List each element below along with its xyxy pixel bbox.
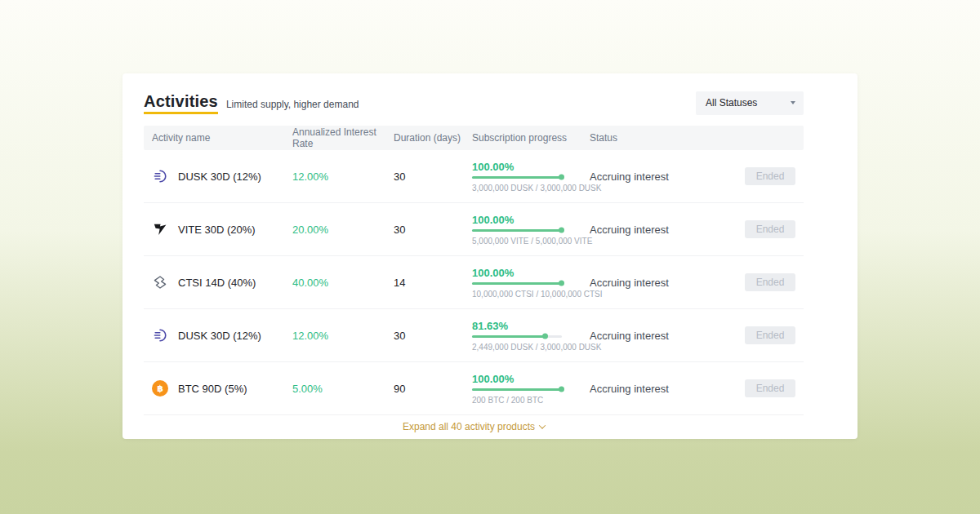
ended-button[interactable]: Ended	[745, 220, 795, 238]
interest-rate: 40.00%	[292, 277, 394, 289]
activity-name: BTC 90D (5%)	[178, 383, 247, 395]
activity-name: CTSI 14D (40%)	[178, 277, 256, 289]
progress-dot	[559, 175, 564, 180]
interest-rate: 12.00%	[292, 171, 394, 183]
duration-days: 30	[394, 224, 472, 236]
activity-name: VITE 30D (20%)	[178, 224, 256, 236]
table-row: DUSK 30D (12%) 12.00% 30 81.63% 2,449,00…	[144, 309, 804, 362]
progress-percent: 100.00%	[472, 267, 590, 279]
progress-percent: 81.63%	[472, 320, 590, 332]
activity-name: DUSK 30D (12%)	[178, 330, 261, 342]
table-row: ฿ BTC 90D (5%) 5.00% 90 100.00% 200 BTC …	[144, 362, 804, 415]
expand-all-label: Expand all 40 activity products	[403, 421, 535, 432]
progress-bar	[472, 176, 562, 179]
card-header: Activities Limited supply, higher demand…	[144, 73, 804, 126]
progress-percent: 100.00%	[472, 373, 590, 385]
ctsi-icon	[152, 274, 168, 290]
vite-icon	[152, 221, 168, 237]
subscription-progress: 100.00% 5,000,000 VITE / 5,000,000 VITE	[472, 214, 590, 246]
dusk-icon	[152, 327, 168, 343]
progress-bar	[472, 282, 562, 285]
progress-bar	[472, 335, 562, 338]
subscription-progress: 81.63% 2,449,000 DUSK / 3,000,000 DUSK	[472, 320, 590, 352]
column-header-status: Status	[590, 132, 804, 144]
column-header-activity-name: Activity name	[144, 132, 292, 144]
column-header-subscription-progress: Subscription progress	[472, 132, 590, 144]
interest-rate: 12.00%	[292, 330, 394, 342]
progress-detail: 200 BTC / 200 BTC	[472, 396, 590, 405]
progress-percent: 100.00%	[472, 161, 590, 173]
column-header-duration: Duration (days)	[394, 132, 472, 144]
table-row: DUSK 30D (12%) 12.00% 30 100.00% 3,000,0…	[144, 150, 804, 203]
table-body: DUSK 30D (12%) 12.00% 30 100.00% 3,000,0…	[144, 150, 804, 415]
ended-button[interactable]: Ended	[745, 379, 795, 397]
expand-all-link[interactable]: Expand all 40 activity products	[403, 421, 545, 432]
dusk-icon	[152, 168, 168, 184]
column-header-interest-rate: Annualized Interest Rate	[292, 126, 394, 149]
progress-dot	[542, 334, 548, 339]
duration-days: 90	[394, 383, 472, 395]
subscription-progress: 100.00% 3,000,000 DUSK / 3,000,000 DUSK	[472, 161, 590, 193]
progress-bar	[472, 388, 562, 391]
ended-button[interactable]: Ended	[745, 273, 795, 291]
duration-days: 14	[394, 277, 472, 289]
progress-bar	[472, 229, 562, 232]
table-row: VITE 30D (20%) 20.00% 30 100.00% 5,000,0…	[144, 203, 804, 256]
progress-dot	[559, 228, 564, 233]
table-footer: Expand all 40 activity products	[144, 415, 804, 438]
subscription-progress: 100.00% 10,000,000 CTSI / 10,000,000 CTS…	[472, 267, 590, 299]
ended-button[interactable]: Ended	[745, 326, 795, 344]
status-text: Accruing interest	[590, 383, 745, 395]
page-subtitle: Limited supply, higher demand	[226, 99, 359, 114]
progress-detail: 2,449,000 DUSK / 3,000,000 DUSK	[472, 343, 590, 352]
ended-button[interactable]: Ended	[745, 167, 795, 185]
progress-percent: 100.00%	[472, 214, 590, 226]
progress-dot	[559, 387, 564, 392]
chevron-down-icon	[539, 422, 546, 428]
status-text: Accruing interest	[590, 277, 745, 289]
interest-rate: 20.00%	[292, 224, 394, 236]
duration-days: 30	[394, 171, 472, 183]
status-text: Accruing interest	[590, 224, 745, 236]
status-text: Accruing interest	[590, 330, 745, 342]
progress-dot	[559, 281, 564, 286]
page-title: Activities	[144, 92, 218, 114]
btc-icon: ฿	[152, 380, 168, 397]
activities-card: Activities Limited supply, higher demand…	[122, 73, 858, 439]
status-filter-value: All Statuses	[706, 97, 757, 109]
progress-detail: 5,000,000 VITE / 5,000,000 VITE	[472, 237, 590, 246]
table-header-row: Activity name Annualized Interest Rate D…	[144, 126, 804, 150]
status-filter-dropdown[interactable]: All Statuses	[696, 91, 804, 115]
chevron-down-icon	[791, 101, 795, 104]
activity-name: DUSK 30D (12%)	[178, 171, 261, 183]
duration-days: 30	[394, 330, 472, 342]
progress-detail: 3,000,000 DUSK / 3,000,000 DUSK	[472, 184, 590, 193]
table-row: CTSI 14D (40%) 40.00% 14 100.00% 10,000,…	[144, 256, 804, 309]
interest-rate: 5.00%	[292, 383, 394, 395]
subscription-progress: 100.00% 200 BTC / 200 BTC	[472, 373, 590, 405]
status-text: Accruing interest	[590, 171, 745, 183]
progress-detail: 10,000,000 CTSI / 10,000,000 CTSI	[472, 290, 590, 299]
